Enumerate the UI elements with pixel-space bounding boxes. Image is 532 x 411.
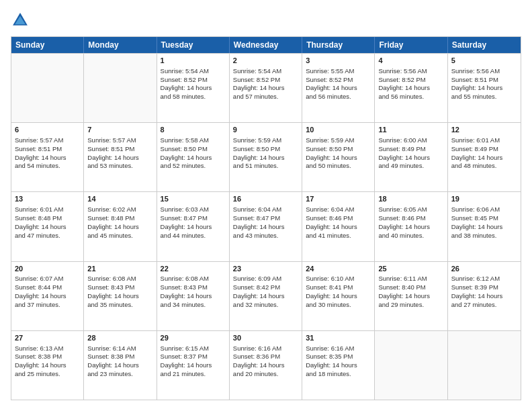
day-info-line: Sunset: 8:51 PM bbox=[15, 145, 80, 154]
day-number: 4 bbox=[378, 56, 443, 66]
day-info-line: and 47 minutes. bbox=[15, 232, 80, 240]
day-info-line: Sunset: 8:52 PM bbox=[378, 76, 443, 85]
day-info-line: Sunset: 8:48 PM bbox=[15, 214, 80, 223]
day-number: 26 bbox=[451, 264, 517, 274]
day-info-line: Sunrise: 6:08 AM bbox=[161, 275, 226, 283]
day-info-line: Daylight: 14 hours bbox=[15, 361, 80, 370]
day-cell-24: 24Sunrise: 6:10 AMSunset: 8:41 PMDayligh… bbox=[302, 262, 375, 330]
day-number: 8 bbox=[161, 125, 226, 135]
day-number: 15 bbox=[161, 194, 226, 204]
day-number: 28 bbox=[87, 333, 152, 343]
day-info-line: Sunset: 8:46 PM bbox=[378, 214, 443, 223]
day-cell-6: 6Sunrise: 5:57 AMSunset: 8:51 PMDaylight… bbox=[11, 123, 84, 191]
day-info-line: Sunrise: 5:55 AM bbox=[306, 67, 371, 76]
day-info-line: Sunrise: 6:12 AM bbox=[451, 275, 517, 283]
day-cell-3: 3Sunrise: 5:55 AMSunset: 8:52 PMDaylight… bbox=[302, 54, 375, 122]
day-info-line: and 38 minutes. bbox=[451, 232, 517, 240]
day-info-line: Sunset: 8:43 PM bbox=[87, 283, 152, 292]
header-cell-tuesday: Tuesday bbox=[157, 37, 230, 53]
day-number: 29 bbox=[161, 333, 226, 343]
day-info-line: and 48 minutes. bbox=[451, 162, 517, 171]
day-info-line: Sunrise: 6:00 AM bbox=[378, 136, 443, 145]
day-info-line: Sunrise: 6:15 AM bbox=[161, 345, 226, 353]
day-info-line: Sunset: 8:47 PM bbox=[161, 214, 226, 223]
empty-cell bbox=[11, 54, 84, 122]
day-info-line: Sunset: 8:49 PM bbox=[378, 145, 443, 154]
day-info-line: Sunrise: 6:04 AM bbox=[306, 205, 371, 214]
day-number: 27 bbox=[15, 333, 80, 343]
day-info-line: Sunrise: 6:04 AM bbox=[233, 205, 298, 214]
day-info-line: and 18 minutes. bbox=[306, 370, 371, 379]
day-info-line: and 49 minutes. bbox=[378, 162, 443, 171]
day-info-line: and 58 minutes. bbox=[161, 93, 226, 101]
day-cell-10: 10Sunrise: 5:59 AMSunset: 8:50 PMDayligh… bbox=[302, 123, 375, 191]
day-info-line: Daylight: 14 hours bbox=[233, 154, 298, 163]
header-cell-monday: Monday bbox=[84, 37, 157, 53]
day-info-line: Daylight: 14 hours bbox=[161, 361, 226, 370]
day-info-line: and 52 minutes. bbox=[161, 162, 226, 171]
day-info-line: Daylight: 14 hours bbox=[378, 154, 443, 163]
day-info-line: and 21 minutes. bbox=[161, 370, 226, 379]
day-info-line: Sunset: 8:44 PM bbox=[15, 283, 80, 292]
day-info-line: Sunrise: 5:56 AM bbox=[378, 67, 443, 76]
day-info-line: Daylight: 14 hours bbox=[378, 84, 443, 93]
day-number: 21 bbox=[87, 264, 152, 274]
day-info-line: Sunrise: 5:57 AM bbox=[15, 136, 80, 145]
day-cell-1: 1Sunrise: 5:54 AMSunset: 8:52 PMDaylight… bbox=[157, 54, 230, 122]
day-cell-28: 28Sunrise: 6:14 AMSunset: 8:38 PMDayligh… bbox=[84, 331, 157, 400]
day-number: 20 bbox=[15, 264, 80, 274]
day-info-line: Daylight: 14 hours bbox=[451, 84, 517, 93]
day-info-line: Sunset: 8:38 PM bbox=[15, 353, 80, 361]
header-cell-friday: Friday bbox=[375, 37, 447, 53]
day-info-line: Daylight: 14 hours bbox=[161, 154, 226, 163]
day-info-line: Daylight: 14 hours bbox=[233, 292, 298, 301]
day-info-line: Daylight: 14 hours bbox=[233, 361, 298, 370]
calendar-row-4: 20Sunrise: 6:07 AMSunset: 8:44 PMDayligh… bbox=[11, 261, 521, 330]
day-info-line: and 25 minutes. bbox=[15, 370, 80, 379]
calendar-row-3: 13Sunrise: 6:01 AMSunset: 8:48 PMDayligh… bbox=[11, 191, 521, 261]
day-info-line: Daylight: 14 hours bbox=[306, 223, 371, 232]
day-info-line: and 20 minutes. bbox=[233, 370, 298, 379]
day-info-line: Sunrise: 6:08 AM bbox=[87, 275, 152, 283]
day-number: 2 bbox=[233, 56, 298, 66]
day-info-line: Sunset: 8:40 PM bbox=[378, 283, 443, 292]
day-info-line: Daylight: 14 hours bbox=[15, 292, 80, 301]
day-info-line: and 23 minutes. bbox=[87, 370, 152, 379]
day-number: 13 bbox=[15, 194, 80, 204]
empty-cell bbox=[84, 54, 157, 122]
day-info-line: and 40 minutes. bbox=[378, 232, 443, 240]
day-cell-29: 29Sunrise: 6:15 AMSunset: 8:37 PMDayligh… bbox=[157, 331, 230, 400]
day-cell-17: 17Sunrise: 6:04 AMSunset: 8:46 PMDayligh… bbox=[302, 192, 375, 261]
day-cell-22: 22Sunrise: 6:08 AMSunset: 8:43 PMDayligh… bbox=[157, 262, 230, 330]
day-cell-26: 26Sunrise: 6:12 AMSunset: 8:39 PMDayligh… bbox=[448, 262, 521, 330]
day-cell-18: 18Sunrise: 6:05 AMSunset: 8:46 PMDayligh… bbox=[375, 192, 447, 261]
empty-cell bbox=[448, 331, 521, 400]
day-info-line: Sunrise: 6:01 AM bbox=[451, 136, 517, 145]
day-info-line: Daylight: 14 hours bbox=[451, 292, 517, 301]
day-info-line: Sunset: 8:39 PM bbox=[451, 283, 517, 292]
day-number: 25 bbox=[378, 264, 443, 274]
day-number: 24 bbox=[306, 264, 371, 274]
day-info-line: Daylight: 14 hours bbox=[306, 292, 371, 301]
day-info-line: Sunset: 8:50 PM bbox=[233, 145, 298, 154]
day-cell-19: 19Sunrise: 6:06 AMSunset: 8:45 PMDayligh… bbox=[448, 192, 521, 261]
calendar-row-5: 27Sunrise: 6:13 AMSunset: 8:38 PMDayligh… bbox=[11, 330, 521, 400]
day-info-line: Sunset: 8:49 PM bbox=[451, 145, 517, 154]
day-info-line: Daylight: 14 hours bbox=[378, 223, 443, 232]
day-number: 16 bbox=[233, 194, 298, 204]
day-cell-15: 15Sunrise: 6:03 AMSunset: 8:47 PMDayligh… bbox=[157, 192, 230, 261]
day-info-line: and 32 minutes. bbox=[233, 301, 298, 310]
logo-icon bbox=[11, 11, 30, 30]
day-info-line: and 29 minutes. bbox=[378, 301, 443, 310]
day-number: 17 bbox=[306, 194, 371, 204]
day-info-line: Daylight: 14 hours bbox=[306, 84, 371, 93]
day-info-line: Daylight: 14 hours bbox=[87, 361, 152, 370]
day-number: 3 bbox=[306, 56, 371, 66]
day-info-line: Sunset: 8:43 PM bbox=[161, 283, 226, 292]
day-info-line: and 54 minutes. bbox=[15, 162, 80, 171]
day-info-line: Daylight: 14 hours bbox=[306, 361, 371, 370]
day-info-line: and 41 minutes. bbox=[306, 232, 371, 240]
day-info-line: Sunset: 8:52 PM bbox=[233, 76, 298, 85]
day-info-line: Daylight: 14 hours bbox=[87, 292, 152, 301]
day-cell-30: 30Sunrise: 6:16 AMSunset: 8:36 PMDayligh… bbox=[230, 331, 302, 400]
